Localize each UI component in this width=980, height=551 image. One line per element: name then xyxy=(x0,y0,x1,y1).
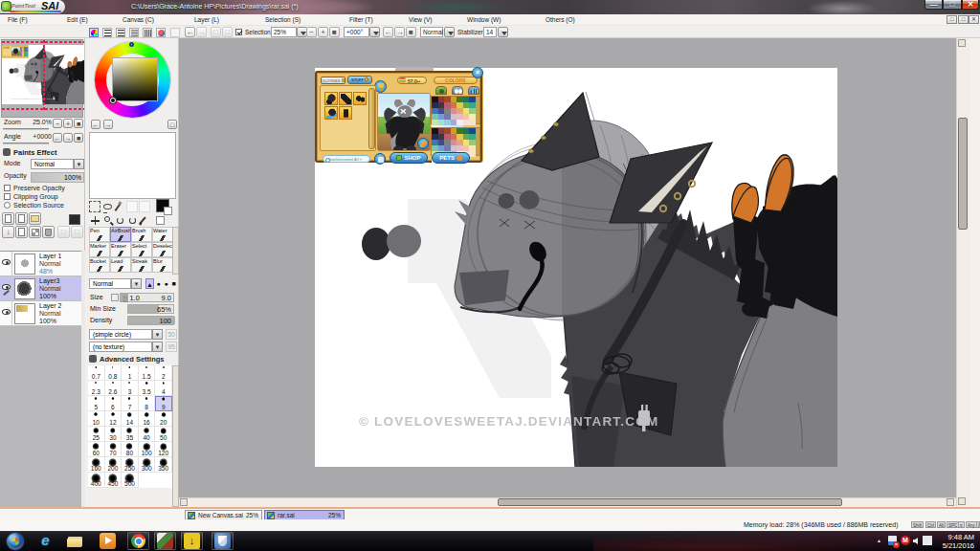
svg-text:© LOVELOVESWEETAJ.DEVIANTART.C: © LOVELOVESWEETAJ.DEVIANTART.COM xyxy=(359,414,658,429)
